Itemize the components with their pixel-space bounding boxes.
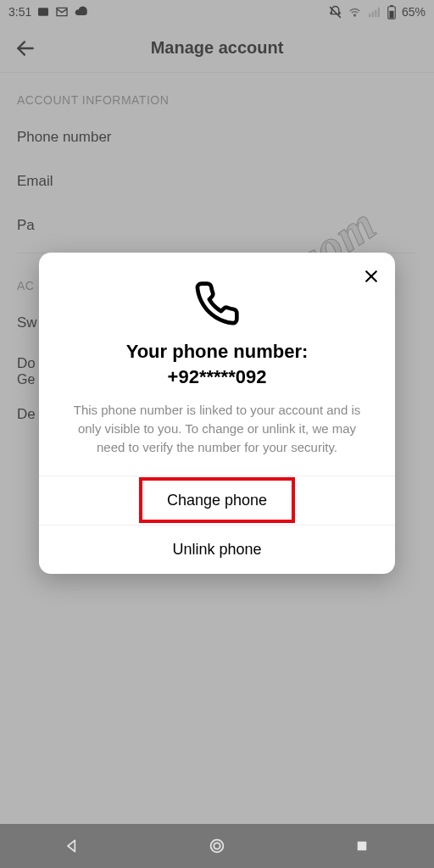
change-phone-label: Change phone <box>167 492 267 509</box>
nav-home-button[interactable] <box>200 829 234 863</box>
android-navbar <box>0 824 434 868</box>
unlink-phone-label: Unlink phone <box>172 541 261 558</box>
circle-home-icon <box>208 837 226 855</box>
square-recents-icon <box>354 838 370 854</box>
modal-title-line1: Your phone number: <box>126 341 309 362</box>
triangle-back-icon <box>64 837 81 854</box>
change-phone-button[interactable]: Change phone <box>39 476 395 525</box>
svg-point-13 <box>211 840 224 853</box>
modal-title: Your phone number: +92*****092 <box>39 339 395 389</box>
close-icon <box>363 268 380 285</box>
svg-point-14 <box>214 843 220 849</box>
modal-title-line2: +92*****092 <box>168 366 267 387</box>
nav-recents-button[interactable] <box>345 829 379 863</box>
close-button[interactable] <box>359 264 383 288</box>
svg-rect-15 <box>357 842 366 851</box>
nav-back-button[interactable] <box>55 829 89 863</box>
phone-icon <box>193 280 241 327</box>
modal-description: This phone number is linked to your acco… <box>39 389 395 475</box>
modal-actions: Change phone Unlink phone <box>39 476 395 574</box>
phone-number-modal: Your phone number: +92*****092 This phon… <box>39 253 395 574</box>
unlink-phone-button[interactable]: Unlink phone <box>39 525 395 574</box>
